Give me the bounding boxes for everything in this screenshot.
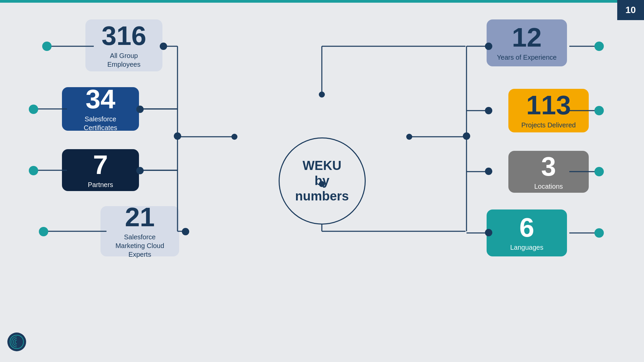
teal-dot-projects (594, 106, 604, 115)
experience-number: 12 (512, 24, 542, 51)
teal-dot-experience (594, 42, 604, 51)
partners-number: 7 (93, 152, 108, 178)
employees-number: 316 (101, 22, 146, 49)
projects-number: 113 (526, 92, 571, 119)
smcexperts-label: Salesforce Marketing Cloud Experts (111, 233, 169, 259)
dot-right-trunk-middle (463, 132, 470, 140)
dot-experience-left (485, 43, 492, 50)
circle-dot-right (406, 134, 412, 140)
partners-label: Partners (88, 180, 113, 189)
employees-label: All Group Employees (95, 51, 152, 69)
sfcert-label: Salesforce Certificates (72, 115, 129, 132)
languages-label: Languages (510, 243, 544, 252)
card-experience: 12 Years of Experience (487, 19, 567, 66)
teal-dot-languages (594, 228, 604, 238)
teal-dot-locations (594, 167, 604, 176)
dot-locations-left (485, 168, 492, 175)
card-languages: 6 Languages (487, 209, 567, 256)
dot-languages-left (485, 229, 492, 236)
top-bar (0, 0, 644, 3)
circle-dot-bottom (319, 181, 325, 187)
dot-sfcert-right (136, 106, 144, 113)
languages-number: 6 (519, 214, 534, 241)
teal-dot-employees (42, 42, 52, 51)
circle-dot-top (319, 92, 325, 98)
circle-dot-left (231, 134, 237, 140)
sfcert-number: 34 (86, 86, 116, 113)
logo-area (7, 332, 30, 355)
dot-smcexperts-right (182, 228, 189, 235)
page-number: 10 (617, 0, 644, 20)
card-smc-experts: 21 Salesforce Marketing Cloud Experts (100, 206, 179, 256)
projects-label: Projects Delivered (521, 121, 576, 129)
smcexperts-number: 21 (125, 204, 155, 231)
teal-dot-smcexperts (39, 227, 48, 236)
card-partners: 7 Partners (62, 149, 139, 191)
teal-dot-partners (29, 166, 38, 175)
teal-dot-sfcert (29, 105, 38, 114)
dot-projects-left (485, 107, 492, 114)
dot-left-trunk-middle (174, 132, 181, 140)
dot-employees-right (160, 43, 167, 50)
dot-partners-right (136, 167, 144, 174)
locations-number: 3 (541, 153, 556, 180)
card-sf-cert: 34 Salesforce Certificates (62, 87, 139, 131)
locations-label: Locations (534, 182, 563, 191)
card-projects: 113 Projects Delivered (508, 89, 589, 132)
card-locations: 3 Locations (508, 151, 589, 193)
card-employees: 316 All Group Employees (85, 19, 162, 71)
experience-label: Years of Experience (497, 53, 557, 62)
